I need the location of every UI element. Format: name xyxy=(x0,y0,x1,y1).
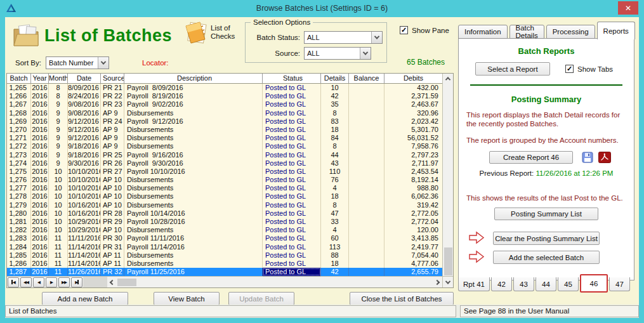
show-tabs-checkbox[interactable]: ✓ Show Tabs xyxy=(565,65,613,73)
cell-description: Payroll 10/14/2016 xyxy=(124,209,263,218)
column-header-status[interactable]: Status xyxy=(263,74,321,83)
table-row[interactable]: 1,28220161010/29/2016AP 10DisbursementsP… xyxy=(7,226,442,234)
update-batch-button: Update Batch xyxy=(228,292,294,305)
source-dropdown[interactable]: ALL xyxy=(304,47,371,60)
table-row[interactable]: 1,268201699/08/2016AP 9DisbursementsPost… xyxy=(7,109,442,117)
scroll-left-icon[interactable] xyxy=(107,277,117,287)
column-header-month[interactable]: Month xyxy=(49,74,68,83)
column-header-balance[interactable]: Balance xyxy=(349,74,384,83)
list-of-checks-icon[interactable] xyxy=(183,21,209,46)
list-of-checks-label[interactable]: List of Checks xyxy=(211,24,235,41)
table-row[interactable]: 1,271201699/12/2016AP 9DisbursementsPost… xyxy=(7,134,442,142)
tab-reports[interactable]: Reports xyxy=(597,22,635,39)
nav-back-button[interactable]: ◀ xyxy=(33,277,44,287)
posting-summary-list-button[interactable]: Posting Summary List xyxy=(494,208,598,220)
table-row[interactable]: 1,27620161010/10/2016AP 10DisbursementsP… xyxy=(7,176,442,184)
cell-balance xyxy=(349,243,384,251)
column-header-source[interactable]: Source xyxy=(101,74,124,83)
table-row[interactable]: 1,27820161010/10/2016AP 10DisbursementsP… xyxy=(7,192,442,201)
table-row[interactable]: 1,28620161111/14/2016AP 11DisbursementsP… xyxy=(7,260,442,268)
cell-batch: 1,272 xyxy=(7,142,31,150)
report-tab-47[interactable]: 47 xyxy=(609,277,630,291)
cell-balance xyxy=(349,84,384,92)
table-row[interactable]: 1,27520161010/10/2016PR 27Payroll 10/10/… xyxy=(7,168,442,176)
report-tab-46[interactable]: 46 xyxy=(580,274,608,293)
column-header-year[interactable]: Year xyxy=(31,74,49,83)
tab-batch-details[interactable]: Batch Details xyxy=(509,25,544,39)
cell-month: 9 xyxy=(49,109,68,117)
cell-date: 10/10/2016 xyxy=(68,168,101,176)
add-new-batch-button[interactable]: Add a new Batch xyxy=(42,292,128,305)
report-tab-42[interactable]: 42 xyxy=(491,277,512,291)
sort-by-dropdown[interactable]: Batch Number xyxy=(46,56,109,69)
table-row[interactable]: 1,28420161111/14/2016PR 31Payroll 11/14/… xyxy=(7,243,442,251)
column-header-debits[interactable]: Debits xyxy=(384,74,442,83)
table-row[interactable]: 1,28020161010/16/2016PR 28Payroll 10/14/… xyxy=(7,209,442,218)
posting-summary-heading: Posting Summary xyxy=(459,95,634,104)
add-selected-batch-button[interactable]: Add the selected Batch xyxy=(493,251,600,264)
report-tab-45[interactable]: 45 xyxy=(558,277,579,291)
nav-last-icon: ▶ xyxy=(75,280,79,285)
table-row[interactable]: 1,267201699/08/2016PR 23Payroll 9/02/201… xyxy=(7,100,442,109)
cell-description: Payroll 11/25/2016 xyxy=(124,268,263,276)
cell-batch: 1,284 xyxy=(7,243,31,251)
column-header-description[interactable]: Description xyxy=(124,74,263,83)
table-row[interactable]: 1,27920161010/16/2016AP 10DisbursementsP… xyxy=(7,201,442,209)
cell-debits: 8,192.14 xyxy=(384,176,442,184)
cell-source: PR 29 xyxy=(101,218,124,226)
table-row[interactable]: 1,27720161010/10/2016AP 10DisbursementsP… xyxy=(7,184,442,192)
cell-date: 9/08/2016 xyxy=(68,100,101,109)
vertical-scroll-thumb[interactable] xyxy=(444,247,452,275)
nav-forward-button[interactable]: ▶ xyxy=(46,277,57,287)
close-button[interactable]: ✕ xyxy=(618,1,638,15)
horizontal-scroll-thumb[interactable] xyxy=(117,279,136,286)
show-pane-checkbox[interactable]: ✓ Show Pane xyxy=(400,26,449,34)
table-row[interactable]: 1,28720161111/26/2016PR 32Payroll 11/25/… xyxy=(7,268,442,276)
report-tab-44[interactable]: 44 xyxy=(536,277,556,291)
left-pane: List of Batches List of Checks xyxy=(5,17,455,305)
column-header-batch[interactable]: Batch xyxy=(7,74,31,83)
table-row[interactable]: 1,28520161111/14/2016AP 11DisbursementsP… xyxy=(7,251,442,260)
cell-source: PR 26 xyxy=(101,159,124,168)
nav-page-back-button[interactable]: ◀◀ xyxy=(20,277,32,287)
table-row[interactable]: 1,272201699/18/2016AP 9DisbursementsPost… xyxy=(7,142,442,150)
report-tab-rpt-41[interactable]: Rpt 41 xyxy=(458,277,490,291)
close-list-button[interactable]: Close the List of Batches xyxy=(350,292,454,305)
scroll-up-icon[interactable] xyxy=(443,74,453,84)
table-row[interactable]: 1,266201688/24/2016PR 22Payroll 8/19/201… xyxy=(7,92,442,100)
tab-information[interactable]: Information xyxy=(458,25,508,39)
cell-date: 8/24/2016 xyxy=(68,92,101,100)
report-tab-43[interactable]: 43 xyxy=(513,277,534,291)
table-row[interactable]: 1,270201699/12/2016AP 9DisbursementsPost… xyxy=(7,126,442,134)
table-row[interactable]: 1,28120161010/29/2016PR 29Payroll 10/28/… xyxy=(7,218,442,226)
cell-batch: 1,278 xyxy=(7,192,31,201)
cell-details: 35 xyxy=(321,100,349,109)
table-row[interactable]: 1,269201699/12/2016PR 24Payroll 9/12/201… xyxy=(7,117,442,126)
table-row[interactable]: 1,273201699/18/2016PR 25Payroll 9/16/201… xyxy=(7,151,442,159)
cell-debits: 6,062.36 xyxy=(384,192,442,201)
tab-processing[interactable]: Processing xyxy=(546,25,595,39)
nav-first-button[interactable]: ◀ xyxy=(8,277,19,287)
select-a-report-button[interactable]: Select a Report xyxy=(475,62,550,76)
table-row[interactable]: 1,28320161111/11/2016PR 30Payroll 11/11/… xyxy=(7,234,442,242)
table-row[interactable]: 1,265201688/09/2016PR 21Payroll 8/09/201… xyxy=(7,84,442,92)
report-tab-strip: Rpt 41424344454647 xyxy=(458,277,634,296)
cell-status: Posted to GL xyxy=(263,260,321,268)
cell-source: AP 11 xyxy=(101,251,124,260)
create-report-46-button[interactable]: Create Report 46 xyxy=(489,151,573,164)
view-batch-button[interactable]: View Batch xyxy=(154,292,220,305)
scroll-down-icon[interactable] xyxy=(442,277,453,287)
save-report-icon[interactable] xyxy=(582,152,593,163)
batch-status-dropdown[interactable]: ALL xyxy=(304,31,383,44)
table-row[interactable]: 1,274201699/30/2016PR 26Payroll 9/30/201… xyxy=(7,159,442,168)
nav-last-button[interactable]: ▶ xyxy=(71,277,82,287)
cell-year: 2016 xyxy=(31,126,49,134)
scroll-right-icon[interactable] xyxy=(432,277,442,287)
column-header-date[interactable]: Date xyxy=(68,74,101,83)
clear-posting-summary-button[interactable]: Clear the Posting Summary List xyxy=(493,232,600,245)
nav-page-forward-button[interactable]: ▶▶ xyxy=(58,277,70,287)
column-header-details[interactable]: Details xyxy=(321,74,349,83)
cell-balance xyxy=(349,100,384,109)
table-header: BatchYearMonthDateSourceDescriptionStatu… xyxy=(7,74,442,84)
pdf-report-icon[interactable] xyxy=(598,152,611,163)
